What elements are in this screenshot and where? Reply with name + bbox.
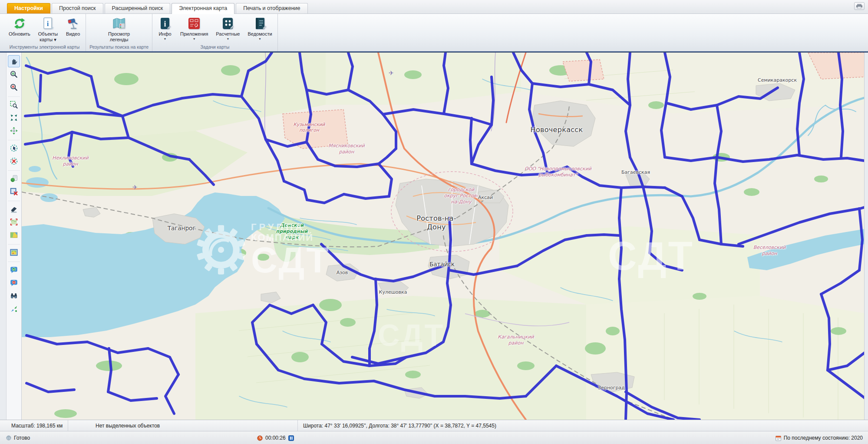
map-objects-icon: i	[41, 16, 56, 31]
svg-text:i: i	[164, 20, 166, 28]
zoom-box-tool[interactable]	[8, 99, 20, 111]
video-camera-icon	[66, 16, 80, 31]
measure-tool[interactable]	[8, 303, 20, 315]
zoom-out-icon	[10, 83, 18, 92]
note-ok-tool[interactable]	[8, 264, 20, 276]
calendar-icon	[776, 435, 781, 441]
tab-electronic-map[interactable]: Электронная карта	[172, 3, 234, 14]
pan-tool[interactable]	[8, 55, 20, 67]
ribbon-group-label: Задачи карты	[154, 43, 276, 51]
bottom-bar: Готово 00:00:26 По последнему состоянию:…	[0, 431, 868, 444]
info-label: Инфо	[158, 31, 171, 37]
toolbar-separator	[8, 259, 20, 262]
thematic-map-tool[interactable]	[8, 229, 20, 241]
status-selection: Нет выделенных объектов	[90, 420, 298, 431]
info-button[interactable]: iИнфо▼	[154, 15, 176, 40]
main-area: ✈ ✈ ТаганрогРостов-на- ДонуБатайскНовоче…	[0, 53, 868, 420]
sheets-label: Ведомости	[248, 31, 272, 37]
eraser-icon	[10, 205, 18, 213]
state-year-label[interactable]: По последнему состоянию: 2020	[784, 435, 863, 441]
ribbon-group-2: iИнфо▼Приложения▼Расчетные▼Ведомости▼Зад…	[152, 14, 278, 51]
binoculars-icon	[10, 292, 18, 300]
map-objects-label: Объекты карты ▾	[38, 31, 58, 43]
refresh-button[interactable]: Обновить	[5, 15, 34, 37]
copy-map-icon	[10, 174, 18, 183]
sheets-icon	[253, 16, 267, 31]
chevron-down-icon: ▼	[193, 37, 196, 40]
zoom-in-tool[interactable]	[8, 68, 20, 80]
chevron-down-icon: ▼	[226, 37, 229, 40]
map-tools-toolbar	[6, 53, 22, 420]
zoom-out-tool[interactable]	[8, 81, 20, 93]
map-viewport[interactable]: ✈ ✈ ТаганрогРостов-на- ДонуБатайскНовоче…	[22, 53, 865, 420]
select-objects-icon	[10, 144, 18, 152]
full-extent-icon	[10, 113, 18, 122]
tab-advanced-search[interactable]: Расширенный поиск	[105, 3, 171, 13]
status-ready-label: Готово	[14, 435, 30, 441]
pan-hand-icon	[10, 57, 18, 66]
status-coordinates: Широта: 47° 33' 16,09925'', Долгота: 38°…	[298, 420, 502, 431]
video-button[interactable]: Видео	[62, 15, 84, 37]
map-frame-tool[interactable]	[8, 246, 20, 258]
toolbar-separator	[8, 94, 20, 97]
clear-selection-tool[interactable]	[8, 155, 20, 167]
svg-text:✈: ✈	[389, 70, 394, 76]
copy-map-tool[interactable]	[8, 172, 20, 185]
ribbon: ОбновитьiОбъекты карты ▾ВидеоИнструменты…	[0, 14, 868, 51]
calculations-label: Расчетные	[216, 31, 240, 37]
video-label: Видео	[66, 31, 80, 37]
thematic-map-icon	[10, 231, 18, 239]
eraser-tool[interactable]	[8, 203, 20, 215]
zoom-in-icon	[10, 70, 18, 79]
search-map-tool[interactable]	[8, 290, 20, 302]
select-objects-tool[interactable]	[8, 142, 20, 154]
sheets-button[interactable]: Ведомости▼	[244, 15, 275, 40]
clear-selection-icon	[10, 157, 18, 166]
select-region-tool[interactable]	[8, 216, 20, 228]
delete-frame-tool[interactable]	[8, 186, 20, 198]
tab-settings[interactable]: Настройки	[7, 3, 50, 13]
ready-icon	[6, 435, 11, 441]
toolbar-separator	[8, 138, 20, 140]
window-corner-button[interactable]	[854, 2, 865, 10]
pan-layers-icon	[10, 126, 18, 135]
full-extent-tool[interactable]	[8, 112, 20, 124]
map-objects-button[interactable]: iОбъекты карты ▾	[35, 15, 61, 43]
legend-button[interactable]: Просмотр легенды	[97, 15, 141, 43]
pan-layers-tool[interactable]	[8, 125, 20, 137]
ribbon-group-label: Инструменты электронной карты	[5, 43, 84, 51]
note-alert-tool[interactable]	[8, 277, 20, 289]
applications-button[interactable]: Приложения▼	[177, 15, 211, 40]
toolbar-separator	[8, 168, 20, 171]
indicator-icon[interactable]	[288, 435, 294, 441]
timer-value: 00:00:26	[265, 435, 286, 441]
measure-icon	[10, 305, 18, 313]
printer-icon	[856, 4, 862, 9]
ribbon-group-0: ОбновитьiОбъекты карты ▾ВидеоИнструменты…	[3, 14, 86, 51]
map-image: ✈ ✈	[22, 53, 865, 420]
tab-simple-search[interactable]: Простой поиск	[52, 3, 103, 13]
svg-text:✈: ✈	[132, 184, 138, 191]
refresh-icon	[12, 16, 27, 31]
applications-label: Приложения	[180, 31, 208, 37]
calculations-button[interactable]: Расчетные▼	[212, 15, 243, 40]
chevron-down-icon: ▼	[258, 37, 261, 40]
svg-text:i: i	[46, 20, 49, 28]
tab-print-display[interactable]: Печать и отображение	[236, 3, 307, 13]
legend-label: Просмотр легенды	[108, 31, 130, 43]
chevron-down-icon: ▼	[164, 37, 167, 40]
delete-frame-icon	[10, 187, 18, 196]
note-ok-icon	[10, 265, 18, 274]
status-scale: Масштаб: 198,165 км	[6, 420, 68, 431]
refresh-label: Обновить	[9, 31, 30, 37]
select-region-icon	[10, 218, 18, 226]
timer-icon	[257, 435, 263, 441]
toolbar-separator	[8, 242, 20, 245]
toolbar-separator	[8, 199, 20, 201]
applications-icon	[187, 16, 201, 31]
ribbon-group-1: Просмотр легендыРезультаты поиска на кар…	[86, 14, 152, 51]
legend-icon	[112, 16, 126, 31]
map-frame-icon	[10, 248, 18, 257]
info-icon: i	[158, 16, 172, 31]
tab-bar: НастройкиПростой поискРасширенный поискЭ…	[0, 0, 868, 14]
